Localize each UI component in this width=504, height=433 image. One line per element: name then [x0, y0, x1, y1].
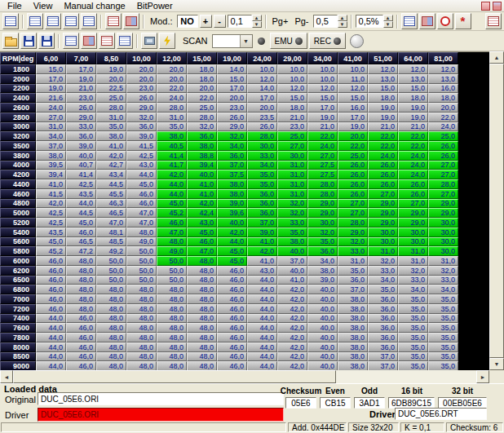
map-cell[interactable]: 22,0 — [187, 93, 217, 103]
map-cell[interactable]: 23,5 — [247, 113, 277, 122]
map-cell[interactable]: 28,0 — [187, 113, 217, 122]
special-function-button[interactable]: * — [455, 13, 471, 29]
map-cell[interactable]: 16,0 — [428, 84, 458, 94]
map-cell[interactable]: 11,0 — [338, 74, 368, 84]
map-cell[interactable]: 48,0 — [96, 333, 126, 342]
map-cell[interactable]: 50,0 — [157, 266, 187, 276]
row-header-cell[interactable]: 7400 — [0, 314, 36, 324]
column-header-cell[interactable]: 6,00 — [36, 52, 66, 64]
map-cell[interactable]: 45,0 — [36, 237, 66, 247]
map-cell[interactable]: 44,0 — [157, 179, 187, 189]
mod-value-field[interactable]: NO — [177, 15, 198, 28]
map-cell[interactable]: 31,0 — [157, 113, 187, 122]
map-cell[interactable]: 26,0 — [338, 161, 368, 170]
map-cell[interactable]: 26,0 — [368, 179, 398, 189]
map-cell[interactable]: 18,0 — [277, 103, 307, 113]
map-cell[interactable]: 30,0 — [398, 237, 428, 247]
map-cell[interactable]: 46,0 — [217, 285, 247, 294]
map-cell[interactable]: 21,0 — [66, 84, 96, 94]
map-cell[interactable]: 25,0 — [96, 93, 126, 103]
row-header-cell[interactable]: 7000 — [0, 294, 36, 304]
map-cell[interactable]: 31,0 — [277, 161, 307, 170]
map-cell[interactable]: 26,0 — [247, 122, 277, 132]
row-header-cell[interactable]: 5600 — [0, 237, 36, 247]
combobox-dropdown-icon[interactable]: ▼ — [240, 35, 252, 47]
map-window-3-button[interactable] — [99, 33, 115, 49]
map-cell[interactable]: 23,0 — [217, 103, 247, 113]
map-cell[interactable]: 35,0 — [277, 228, 307, 237]
map-cell[interactable]: 48,0 — [96, 285, 126, 294]
map-cell[interactable]: 20,0 — [247, 103, 277, 113]
map-cell[interactable]: 22,0 — [368, 141, 398, 151]
map-cell[interactable]: 31,0 — [96, 113, 126, 122]
map-cell[interactable]: 24,0 — [398, 170, 428, 179]
map-cell[interactable]: 42,0 — [36, 199, 66, 209]
emu-button[interactable]: EMU — [270, 33, 307, 49]
map-cell[interactable]: 34,0 — [368, 276, 398, 285]
map-cell[interactable]: 20,0 — [126, 74, 157, 84]
map-cell[interactable]: 24,0 — [157, 93, 187, 103]
map-cell[interactable]: 46,0 — [36, 285, 66, 294]
map-cell[interactable]: 23,0 — [126, 84, 157, 94]
map-cell[interactable]: 12,0 — [428, 64, 458, 74]
map-cell[interactable]: 46,0 — [157, 218, 187, 228]
map-cell[interactable]: 35,0 — [428, 342, 458, 352]
map-cell[interactable]: 46,0 — [217, 266, 247, 276]
map-cell[interactable]: 20,0 — [187, 84, 217, 94]
driver-file-input[interactable]: DUC_05E6.ORI — [38, 408, 284, 422]
increment-button[interactable]: + — [200, 15, 212, 28]
map-cell[interactable]: 46,3 — [96, 199, 126, 209]
map-cell[interactable]: 38,0 — [338, 304, 368, 314]
map-cell[interactable]: 42,7 — [96, 161, 126, 170]
map-cell[interactable]: 31,0 — [277, 179, 307, 189]
map-cell[interactable]: 22,0 — [307, 131, 338, 141]
map-cell[interactable]: 44,0 — [247, 304, 277, 314]
map-cell[interactable]: 40,0 — [66, 151, 96, 161]
map-cell[interactable]: 14,0 — [247, 84, 277, 94]
map-cell[interactable]: 18,0 — [187, 64, 217, 74]
child-window-restore-icon[interactable] — [493, 2, 502, 11]
map-cell[interactable]: 32,0 — [338, 237, 368, 247]
map-cell[interactable]: 48,0 — [96, 323, 126, 333]
map-cell[interactable]: 46,0 — [66, 352, 96, 362]
map-cell[interactable]: 31,0 — [368, 246, 398, 256]
map-cell[interactable]: 20,0 — [126, 64, 157, 74]
map-cell[interactable]: 27,0 — [307, 151, 338, 161]
map-cell[interactable]: 37,0 — [338, 285, 368, 294]
map-cell[interactable]: 41,5 — [126, 141, 157, 151]
map-cell[interactable]: 39,0 — [217, 199, 247, 209]
map-cell[interactable]: 48,0 — [66, 256, 96, 266]
map-cell[interactable]: 45,2 — [157, 208, 187, 218]
map-cell[interactable]: 34,0 — [307, 256, 338, 266]
map-cell[interactable]: 40,0 — [187, 170, 217, 179]
column-header-cell[interactable]: 51,00 — [368, 52, 398, 64]
map-cell[interactable]: 37,5 — [217, 170, 247, 179]
map-cell[interactable]: 48,0 — [126, 294, 157, 304]
column-header-cell[interactable]: 7,00 — [66, 52, 96, 64]
map-cell[interactable]: 26,0 — [428, 151, 458, 161]
map-cell[interactable]: 20,0 — [157, 64, 187, 74]
map-cell[interactable]: 39,0 — [126, 131, 157, 141]
map-cell[interactable]: 42,0 — [277, 352, 307, 362]
map-cell[interactable]: 36,0 — [368, 333, 398, 342]
map-cell[interactable]: 48,0 — [96, 352, 126, 362]
map-cell[interactable]: 35,0 — [398, 304, 428, 314]
map-cell[interactable]: 38,0 — [157, 131, 187, 141]
map-cell[interactable]: 26,0 — [428, 141, 458, 151]
vertical-scroll-thumb[interactable] — [489, 64, 504, 358]
map-cell[interactable]: 32,0 — [368, 256, 398, 266]
map-cell[interactable]: 35,0 — [247, 179, 277, 189]
map-cell[interactable]: 44,0 — [36, 323, 66, 333]
map-cell[interactable]: 41,0 — [247, 237, 277, 247]
map-cell[interactable]: 35,0 — [398, 342, 428, 352]
map-cell[interactable]: 38,0 — [338, 314, 368, 324]
map-cell[interactable]: 32,0 — [398, 266, 428, 276]
map-cell[interactable]: 26,0 — [126, 93, 157, 103]
column-header-cell[interactable]: 41,00 — [338, 52, 368, 64]
map-cell[interactable]: 50,0 — [96, 276, 126, 285]
map-cell[interactable]: 42,0 — [277, 342, 307, 352]
map-cell[interactable]: 38,0 — [187, 141, 217, 151]
map-cell[interactable]: 48,0 — [126, 304, 157, 314]
map-cell[interactable]: 48,0 — [126, 352, 157, 362]
scroll-down-arrow[interactable]: ▼ — [489, 358, 504, 370]
